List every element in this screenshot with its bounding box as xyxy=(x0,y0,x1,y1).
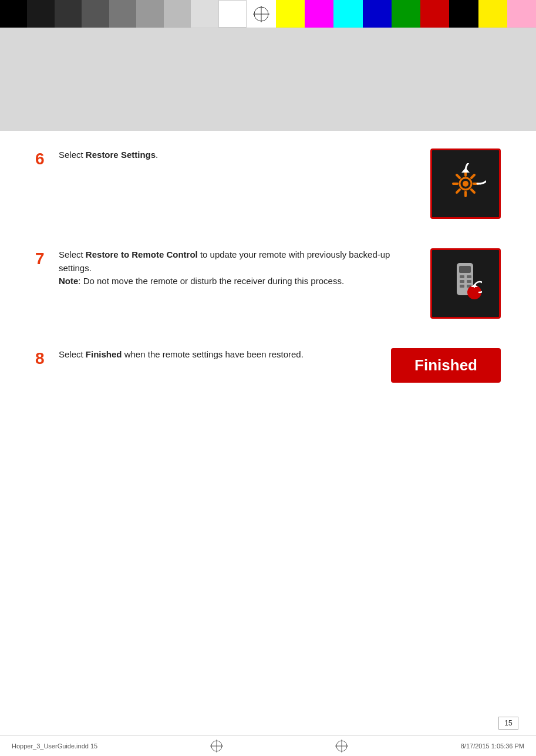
step-6-text-before: Select xyxy=(59,150,86,160)
swatch-green xyxy=(392,0,420,28)
restore-remote-icon-box xyxy=(430,248,501,319)
svg-rect-17 xyxy=(467,275,471,278)
svg-rect-16 xyxy=(460,275,464,278)
swatch-black2 xyxy=(449,0,478,28)
svg-point-4 xyxy=(463,181,468,187)
page-number: 15 xyxy=(498,717,518,730)
restore-settings-icon-box xyxy=(430,148,501,219)
swatch-gray1 xyxy=(82,0,109,28)
swatch-gray2 xyxy=(109,0,136,28)
step-7-note-label: Note xyxy=(59,276,78,286)
step-8-bold: Finished xyxy=(86,349,122,359)
main-content: 6 Select Restore Settings. xyxy=(0,148,536,447)
bottom-bar: Hopper_3_UserGuide.indd 15 8/17/2015 1:0… xyxy=(0,735,536,756)
step-7-number: 7 xyxy=(35,248,59,268)
step-7-text: Select Restore to Remote Control to upda… xyxy=(59,248,419,288)
swatch-gray4 xyxy=(164,0,191,28)
step-6-number: 6 xyxy=(35,148,59,168)
step-7-image xyxy=(430,248,501,319)
step-8-text-before: Select xyxy=(59,349,86,359)
step-6-text-after: . xyxy=(156,150,158,160)
date-label: 8/17/2015 1:05:36 PM xyxy=(461,743,524,750)
swatch-dark2 xyxy=(55,0,82,28)
bottom-crosshair-left xyxy=(210,740,223,752)
svg-rect-15 xyxy=(459,266,471,273)
svg-rect-20 xyxy=(460,285,464,288)
filename-label: Hopper_3_UserGuide.indd 15 xyxy=(12,743,97,750)
gray-banner xyxy=(0,28,536,131)
step-8-row: 8 Select Finished when the remote settin… xyxy=(35,348,501,383)
swatch-magenta xyxy=(305,0,333,28)
center-crosshair xyxy=(247,0,276,28)
swatch-blue xyxy=(363,0,392,28)
top-color-bar xyxy=(0,0,536,28)
step-7-text-before: Select xyxy=(59,249,86,259)
step-6-bold: Restore Settings xyxy=(86,150,156,160)
swatch-yellow xyxy=(276,0,305,28)
color-strip xyxy=(276,0,536,28)
svg-line-12 xyxy=(457,190,460,193)
step-7-note-text: : Do not move the remote or disturb the … xyxy=(78,276,344,286)
step-6-image xyxy=(430,148,501,219)
svg-rect-18 xyxy=(460,280,464,283)
swatch-yellow2 xyxy=(478,0,507,28)
swatch-black xyxy=(0,0,27,28)
swatch-white xyxy=(218,0,247,28)
swatch-light1 xyxy=(191,0,218,28)
step-7-row: 7 Select Restore to Remote Control to up… xyxy=(35,248,501,319)
step-6-row: 6 Select Restore Settings. xyxy=(35,148,501,219)
svg-marker-13 xyxy=(461,168,470,173)
grayscale-strip xyxy=(0,0,247,28)
step-6-text: Select Restore Settings. xyxy=(59,148,419,162)
swatch-dark1 xyxy=(27,0,54,28)
swatch-pink xyxy=(507,0,536,28)
step-8-number: 8 xyxy=(35,348,59,368)
swatch-red xyxy=(420,0,449,28)
svg-line-11 xyxy=(471,175,474,178)
swatch-gray3 xyxy=(136,0,163,28)
step-8-text: Select Finished when the remote settings… xyxy=(59,348,379,362)
svg-rect-19 xyxy=(467,280,471,283)
swatch-cyan xyxy=(333,0,362,28)
step-8-image: Finished xyxy=(391,348,501,383)
bottom-crosshair-right xyxy=(335,740,348,752)
svg-line-10 xyxy=(471,190,474,193)
step-8-text-after: when the remote settings have been resto… xyxy=(122,349,304,359)
finished-button[interactable]: Finished xyxy=(391,348,501,383)
svg-line-9 xyxy=(457,175,460,178)
step-7-bold: Restore to Remote Control xyxy=(86,249,198,259)
